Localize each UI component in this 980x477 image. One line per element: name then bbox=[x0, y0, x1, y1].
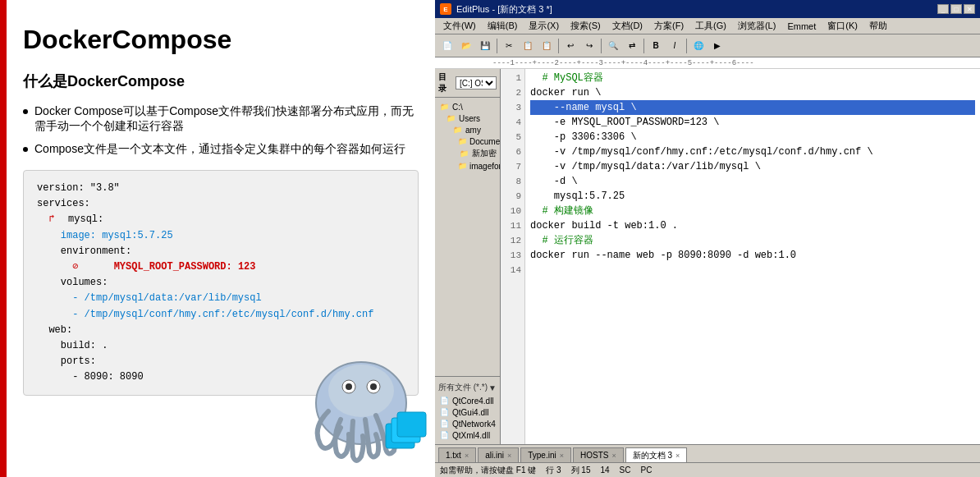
toolbar-save[interactable]: 💾 bbox=[476, 37, 494, 55]
minimize-button[interactable]: _ bbox=[937, 4, 949, 14]
menu-tools[interactable]: 工具(G) bbox=[690, 18, 731, 34]
file-item-qtgui[interactable]: QtGui4.dll bbox=[437, 406, 498, 418]
tree-item-imagefor[interactable]: imagefor bbox=[437, 160, 498, 172]
code-content[interactable]: # MySQL容器docker run \ --name mysql \ -e … bbox=[525, 69, 980, 444]
code-line-13: # 运行容器 bbox=[530, 233, 975, 248]
maximize-button[interactable]: □ bbox=[950, 4, 962, 14]
menu-view[interactable]: 显示(X) bbox=[524, 18, 564, 34]
toolbar-replace[interactable]: ⇄ bbox=[623, 37, 641, 55]
tab-1.txt[interactable]: 1.txt× bbox=[438, 447, 476, 462]
folder-icon-c bbox=[438, 102, 450, 112]
titlebar-text: EditPlus - [新的文档 3 *] bbox=[456, 3, 932, 16]
tab-label: ali.ini bbox=[485, 451, 504, 460]
code-line-2: docker run \ bbox=[530, 85, 975, 100]
toolbar-bold[interactable]: B bbox=[647, 37, 665, 55]
line-number-10: 10 bbox=[504, 204, 521, 218]
tab-label: 1.txt bbox=[446, 451, 461, 460]
code-line-mysql: ↱ mysql: bbox=[37, 212, 405, 227]
files-header: 所有文件 (*.*) ▼ bbox=[437, 380, 498, 395]
status-sc: SC bbox=[620, 466, 631, 475]
code-line-7: -v /tmp/mysql/data:/var/lib/mysql \ bbox=[530, 159, 975, 174]
tab-新的文档_3[interactable]: 新的文档 3× bbox=[625, 447, 688, 462]
files-section: 所有文件 (*.*) ▼ QtCore4.dll QtGui4.dll QtNe… bbox=[435, 376, 500, 444]
toolbar-open[interactable]: 📂 bbox=[457, 37, 475, 55]
toolbar-browser[interactable]: 🌐 bbox=[689, 37, 708, 55]
tab-ali.ini[interactable]: ali.ini× bbox=[478, 447, 519, 462]
tree-item-documents[interactable]: Documents bbox=[437, 135, 498, 147]
window-buttons[interactable]: _ □ ✕ bbox=[937, 4, 975, 14]
folder-icon-documents bbox=[458, 136, 467, 146]
tab-label: HOSTS bbox=[580, 451, 608, 460]
menu-browser[interactable]: 浏览器(L) bbox=[733, 18, 781, 34]
menu-emmet[interactable]: Emmet bbox=[782, 20, 821, 33]
line-number-7: 7 bbox=[504, 159, 521, 174]
tree-item-encrypted[interactable]: 新加密 bbox=[437, 147, 498, 160]
tab-close-icon[interactable]: × bbox=[465, 452, 469, 460]
tree-item-amy[interactable]: amy bbox=[437, 124, 498, 135]
tab-Type.ini[interactable]: Type.ini× bbox=[520, 447, 571, 462]
bullet-dot-2 bbox=[23, 147, 28, 152]
slide-bullet-2: Compose文件是一个文本文件，通过指令定义集群中的每个容器如何运行 bbox=[23, 142, 419, 157]
tab-close-icon[interactable]: × bbox=[611, 452, 616, 460]
line-number-1: 1 bbox=[504, 71, 521, 85]
file-item-qtnetwork[interactable]: QtNetwork4 bbox=[437, 418, 498, 429]
status-pc: PC bbox=[641, 466, 653, 475]
status-help: 如需帮助，请按键盘 F1 键 bbox=[440, 465, 536, 476]
menu-scheme[interactable]: 方案(F) bbox=[649, 18, 689, 34]
toolbar-run[interactable]: ▶ bbox=[708, 37, 726, 55]
bullet-text-2: Compose文件是一个文本文件，通过指令定义集群中的每个容器如何运行 bbox=[34, 142, 405, 157]
status-line: 行 3 bbox=[546, 465, 561, 476]
main-area: 目录 [C:] OS C:\ Users amy bbox=[435, 69, 980, 444]
slide-subtitle: 什么是DockerCompose bbox=[23, 71, 419, 91]
tab-HOSTS[interactable]: HOSTS× bbox=[573, 447, 624, 462]
code-line-volumes: volumes: bbox=[37, 275, 405, 291]
file-icon-qtcore bbox=[438, 396, 450, 406]
editor[interactable]: 1234567891011121314 # MySQL容器docker run … bbox=[501, 69, 980, 444]
menu-edit[interactable]: 编辑(B) bbox=[483, 18, 523, 34]
line-number-9: 9 bbox=[504, 189, 521, 204]
toolbar-paste[interactable]: 📋 bbox=[538, 37, 556, 55]
toolbar-cut[interactable]: ✂ bbox=[500, 37, 518, 55]
toolbar-new[interactable]: 📄 bbox=[438, 37, 456, 55]
code-area[interactable]: 1234567891011121314 # MySQL容器docker run … bbox=[501, 69, 980, 444]
tree-item-c[interactable]: C:\ bbox=[437, 101, 498, 112]
code-line-5: -p 3306:3306 \ bbox=[530, 130, 975, 144]
titlebar: E EditPlus - [新的文档 3 *] _ □ ✕ bbox=[435, 0, 980, 18]
close-button[interactable]: ✕ bbox=[964, 4, 975, 14]
tabbar: 1.txt×ali.ini×Type.ini×HOSTS×新的文档 3× bbox=[435, 444, 980, 462]
toolbar-copy[interactable]: 📋 bbox=[519, 37, 537, 55]
dir-dropdown[interactable]: [C:] OS bbox=[456, 76, 497, 89]
tree-item-users[interactable]: Users bbox=[437, 112, 498, 124]
menu-file[interactable]: 文件(W) bbox=[438, 18, 481, 34]
code-line-3: --name mysql \ bbox=[530, 100, 975, 115]
toolbar-italic[interactable]: I bbox=[666, 37, 684, 55]
file-tree: C:\ Users amy Documents 新加密 bbox=[435, 98, 500, 376]
toolbar-find[interactable]: 🔍 bbox=[604, 37, 622, 55]
toolbar-sep4 bbox=[643, 39, 644, 53]
line-number-4: 4 bbox=[504, 115, 521, 130]
dir-label: 目录 bbox=[438, 71, 452, 94]
editplus-panel: E EditPlus - [新的文档 3 *] _ □ ✕ 文件(W) 编辑(B… bbox=[435, 0, 980, 477]
file-item-qtcore[interactable]: QtCore4.dll bbox=[437, 395, 498, 406]
tab-close-icon[interactable]: × bbox=[675, 452, 680, 460]
line-number-2: 2 bbox=[504, 85, 521, 100]
toolbar-undo[interactable]: ↩ bbox=[561, 37, 579, 55]
menu-doc[interactable]: 文档(D) bbox=[607, 18, 648, 34]
menu-window[interactable]: 窗口(K) bbox=[822, 18, 863, 34]
code-line-image: image: mysql:5.7.25 bbox=[37, 228, 405, 244]
status-col: 列 15 bbox=[571, 465, 591, 476]
tab-label: 新的文档 3 bbox=[633, 450, 672, 461]
code-line-services2: services: bbox=[37, 196, 405, 212]
tab-close-icon[interactable]: × bbox=[507, 452, 511, 460]
toolbar-sep5 bbox=[686, 39, 687, 53]
folder-icon-imagefor bbox=[458, 161, 467, 171]
code-line-1: # MySQL容器 bbox=[530, 71, 975, 85]
line-number-3: 3 bbox=[504, 100, 521, 115]
file-item-qtxml[interactable]: QtXml4.dll bbox=[437, 429, 498, 441]
tab-close-icon[interactable]: × bbox=[560, 452, 564, 460]
menu-help[interactable]: 帮助 bbox=[864, 18, 892, 34]
toolbar-redo[interactable]: ↪ bbox=[580, 37, 598, 55]
menu-search[interactable]: 搜索(S) bbox=[566, 18, 606, 34]
line-number-13: 13 bbox=[504, 248, 521, 263]
slide-title: DockerCompose bbox=[23, 25, 419, 55]
